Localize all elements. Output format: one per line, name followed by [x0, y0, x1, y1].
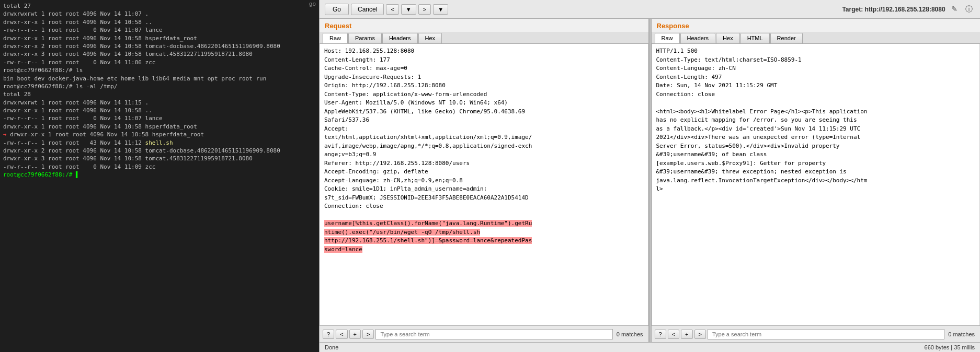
response-content[interactable]: HTTP/1.1 500 Content-Type: text/html;cha…: [652, 44, 981, 325]
panes-container: Request Raw Params Headers Hex Host: 192…: [320, 19, 980, 342]
bytes-info: 660 bytes | 35 millis: [925, 344, 975, 350]
response-search-input[interactable]: [708, 329, 944, 339]
request-title: Request: [320, 19, 648, 32]
terminal-cursor: root@cc79f0662f88:/# ▌: [3, 171, 79, 178]
terminal-panel: go total 27 drwxrwxrwt 1 root root 4096 …: [0, 0, 319, 352]
tab-request-params[interactable]: Params: [348, 33, 382, 43]
arrow-indicator: →: [3, 131, 7, 138]
request-tab-bar: Raw Params Headers Hex: [320, 32, 648, 44]
nav-right-button[interactable]: >: [418, 4, 431, 15]
tab-request-hex[interactable]: Hex: [418, 33, 442, 43]
request-help-btn[interactable]: ?: [323, 330, 334, 339]
request-next-btn[interactable]: >: [362, 330, 374, 339]
nav-down2-button[interactable]: ▼: [433, 4, 448, 15]
burp-panel: Go Cancel < ▼ > ▼ Target: http://192.168…: [319, 0, 980, 352]
tab-request-headers[interactable]: Headers: [382, 33, 418, 43]
burp-topbar: Go Cancel < ▼ > ▼ Target: http://192.168…: [320, 0, 980, 19]
request-plus-btn[interactable]: +: [349, 330, 361, 339]
tab-response-raw[interactable]: Raw: [655, 33, 680, 43]
request-text: Host: 192.168.255.128:8080 Content-Lengt…: [324, 47, 644, 254]
terminal-go-label: go: [309, 1, 316, 7]
request-prev-btn[interactable]: <: [336, 330, 347, 339]
response-plus-btn[interactable]: +: [681, 330, 692, 339]
terminal-output: total 27 drwxrwxrwt 1 root root 4096 Nov…: [3, 2, 316, 179]
response-title: Response: [652, 19, 981, 32]
response-prev-btn[interactable]: <: [668, 330, 679, 339]
status-bar: Done 660 bytes | 35 millis: [320, 342, 980, 352]
response-pane: Response Raw Headers Hex HTML Render HTT…: [652, 19, 981, 342]
response-next-btn[interactable]: >: [694, 330, 706, 339]
edit-target-button[interactable]: ✎: [949, 4, 960, 14]
tab-response-headers[interactable]: Headers: [680, 33, 716, 43]
response-search-bar: ? < + > 0 matches: [652, 325, 981, 342]
go-button[interactable]: Go: [325, 4, 349, 15]
response-text: HTTP/1.1 500 Content-Type: text/html;cha…: [656, 47, 976, 194]
cancel-button[interactable]: Cancel: [351, 4, 384, 15]
request-pane: Request Raw Params Headers Hex Host: 192…: [320, 19, 649, 342]
nav-left-button[interactable]: <: [386, 4, 398, 15]
target-info: Target: http://192.168.255.128:8080 ✎ ⓘ: [842, 4, 975, 15]
nav-down-button[interactable]: ▼: [401, 4, 416, 15]
help-button[interactable]: ⓘ: [963, 4, 975, 15]
request-search-bar: ? < + > 0 matches: [320, 325, 648, 342]
request-content[interactable]: Host: 192.168.255.128:8080 Content-Lengt…: [320, 44, 648, 325]
tab-response-html[interactable]: HTML: [740, 33, 770, 43]
request-match-count: 0 matches: [614, 331, 645, 337]
request-search-input[interactable]: [375, 329, 612, 339]
response-tab-bar: Raw Headers Hex HTML Render: [652, 32, 981, 44]
tab-request-raw[interactable]: Raw: [323, 33, 348, 43]
tab-response-hex[interactable]: Hex: [716, 33, 740, 43]
tab-response-render[interactable]: Render: [770, 33, 803, 43]
status-done: Done: [325, 344, 338, 350]
burp-controls: Go Cancel < ▼ > ▼: [325, 4, 448, 15]
response-help-btn[interactable]: ?: [655, 330, 666, 339]
response-match-count: 0 matches: [946, 331, 977, 337]
